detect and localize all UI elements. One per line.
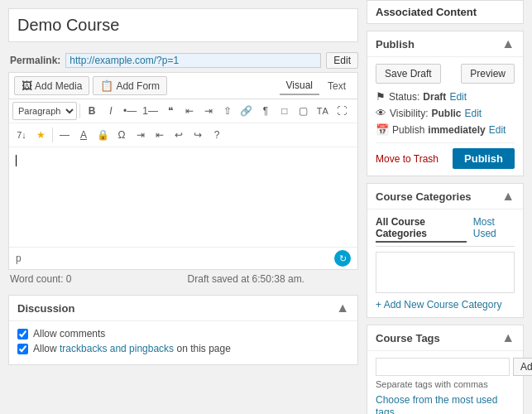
add-form-button[interactable]: 📋 Add Form — [93, 76, 167, 95]
blockquote-button[interactable]: ❝ — [161, 102, 180, 120]
all-categories-tab[interactable]: All Course Categories — [376, 216, 467, 243]
paragraph-select[interactable]: Paragraph — [12, 102, 77, 120]
rte-toolbar-1: Paragraph B I •— 1— ❝ ⇤ ⇥ ⇧ 🔗 ¶ □ ▢ TА ⛶ — [9, 99, 357, 123]
ordered-list-button[interactable]: 1— — [140, 102, 161, 120]
move-to-trash-link[interactable]: Move to Trash — [376, 153, 439, 165]
course-categories-title: Course Categories — [376, 190, 472, 203]
publish-time-row: 📅 Publish immediately Edit — [376, 123, 515, 136]
more-button[interactable]: ¶ — [256, 102, 275, 120]
discussion-toggle-icon: ▲ — [336, 301, 349, 315]
view-tabs: Visual Text — [280, 77, 352, 95]
course-tags-title: Course Tags — [376, 332, 440, 344]
italic-button[interactable]: I — [102, 102, 120, 120]
expand-button[interactable]: ⛶ — [333, 102, 351, 120]
font-color-button[interactable]: A — [74, 126, 93, 144]
left-panel: Permalink: http://example.com/?p=1 Edit … — [0, 0, 367, 414]
bold-button[interactable]: B — [83, 102, 101, 120]
editor-statusbar: p ↻ — [9, 247, 357, 269]
tags-input[interactable] — [376, 358, 510, 376]
add-media-button[interactable]: 🖼 Add Media — [14, 76, 89, 95]
save-draft-button[interactable]: Save Draft — [376, 64, 441, 84]
visibility-edit-link[interactable]: Edit — [464, 108, 482, 119]
align-left-button[interactable]: ⇤ — [180, 102, 199, 120]
help-button[interactable]: ? — [208, 126, 226, 144]
publish-title: Publish — [376, 38, 415, 51]
publish-btns: Save Draft Preview — [376, 64, 515, 84]
publish-time-edit-link[interactable]: Edit — [489, 124, 506, 136]
star-button[interactable]: ★ — [31, 126, 50, 144]
distraction-free-button[interactable]: ▢ — [295, 102, 313, 120]
revision-icon[interactable]: ↻ — [334, 250, 351, 267]
category-list-box[interactable] — [376, 252, 515, 293]
permalink-label: Permalink: — [10, 55, 60, 66]
permalink-url: http://example.com/?p=1 — [65, 53, 321, 68]
visibility-value: Public — [431, 108, 461, 119]
horizontal-rule-button[interactable]: — — [55, 126, 74, 144]
format-button[interactable]: 7↓ — [12, 126, 31, 144]
special-char-button[interactable]: Ω — [113, 126, 131, 144]
associated-content-section: Associated Content — [367, 0, 524, 24]
tags-input-row: Add — [376, 358, 515, 376]
status-edit-link[interactable]: Edit — [449, 91, 467, 103]
toolbar-separator-2 — [52, 128, 53, 142]
align-right-button[interactable]: ⇧ — [218, 102, 237, 120]
text-size-button[interactable]: TА — [314, 102, 332, 120]
course-categories-header[interactable]: Course Categories ▲ — [367, 184, 523, 209]
outdent-button[interactable]: ⇤ — [151, 126, 169, 144]
preview-button[interactable]: Preview — [461, 64, 515, 84]
text-tab[interactable]: Text — [321, 77, 352, 95]
publish-header[interactable]: Publish ▲ — [367, 31, 523, 57]
course-categories-toggle-icon: ▲ — [501, 189, 515, 204]
status-value: Draft — [423, 91, 446, 103]
most-used-tags-link[interactable]: Choose from the most used tags — [376, 394, 497, 414]
align-center-button[interactable]: ⇥ — [199, 102, 218, 120]
undo-button[interactable]: ↩ — [170, 126, 188, 144]
allow-comments-checkbox[interactable] — [17, 329, 28, 339]
course-tags-header[interactable]: Course Tags ▲ — [367, 325, 523, 351]
visibility-label: Visibility: — [390, 108, 428, 119]
post-title-input[interactable] — [17, 16, 349, 35]
publish-section: Publish ▲ Save Draft Preview ⚑ Status: D… — [367, 31, 524, 176]
trackbacks-link[interactable]: trackbacks and pingbacks — [60, 343, 174, 354]
discussion-content: Allow comments Allow trackbacks and ping… — [9, 321, 357, 364]
right-panel: Associated Content Publish ▲ Save Draft … — [367, 0, 532, 414]
link-button[interactable]: 🔗 — [237, 102, 256, 120]
unordered-list-button[interactable]: •— — [121, 102, 139, 120]
course-categories-section: Course Categories ▲ All Course Categorie… — [367, 183, 524, 318]
editor-cursor — [16, 155, 17, 166]
status-row: ⚑ Status: Draft Edit — [376, 90, 515, 103]
add-media-label: Add Media — [35, 80, 82, 92]
toolbar-left-btns: 🖼 Add Media 📋 Add Form — [14, 76, 167, 95]
most-used-categories-tab[interactable]: Most Used — [473, 216, 515, 243]
course-tags-section: Course Tags ▲ Add Separate tags with com… — [367, 325, 524, 414]
publish-toggle-icon: ▲ — [501, 36, 515, 51]
status-icon: ⚑ — [376, 90, 386, 103]
paste-from-word-button[interactable]: 🔒 — [93, 126, 112, 144]
editor-toolbar-top: 🖼 Add Media 📋 Add Form Visual Text — [9, 73, 357, 99]
allow-comments-row: Allow comments — [17, 328, 349, 339]
add-category-link[interactable]: + Add New Course Category — [376, 299, 501, 310]
add-form-icon: 📋 — [100, 79, 113, 92]
discussion-metabox: Discussion ▲ Allow comments Allow trackb… — [8, 295, 358, 365]
redo-button[interactable]: ↪ — [189, 126, 207, 144]
status-label: Status: — [389, 91, 419, 103]
allow-trackbacks-checkbox[interactable] — [17, 344, 28, 354]
allow-comments-label: Allow comments — [33, 328, 105, 339]
publish-time-label: Publish — [392, 124, 424, 136]
permalink-edit-button[interactable]: Edit — [326, 52, 358, 69]
publish-button[interactable]: Publish — [453, 148, 515, 169]
publish-content: Save Draft Preview ⚑ Status: Draft Edit … — [367, 57, 523, 176]
editor-box: 🖼 Add Media 📋 Add Form Visual Text Parag… — [8, 72, 358, 270]
publish-time-value: immediately — [428, 124, 485, 136]
editor-p-tag: p — [16, 253, 22, 264]
course-tags-toggle-icon: ▲ — [501, 330, 515, 345]
word-count-label: Word count: — [10, 273, 63, 285]
visual-tab[interactable]: Visual — [280, 77, 319, 95]
fullscreen-button[interactable]: □ — [276, 102, 294, 120]
indent-button[interactable]: ⇥ — [132, 126, 150, 144]
discussion-metabox-header[interactable]: Discussion ▲ — [9, 296, 357, 321]
add-tag-button[interactable]: Add — [513, 358, 532, 376]
add-media-icon: 🖼 — [22, 79, 32, 92]
permalink-row: Permalink: http://example.com/?p=1 Edit — [8, 49, 358, 72]
editor-content[interactable] — [9, 147, 357, 247]
